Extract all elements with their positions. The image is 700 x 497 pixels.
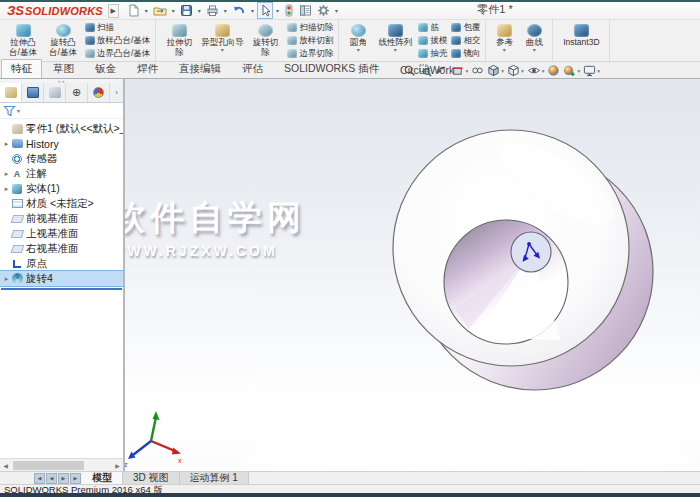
swept-cut-button[interactable]: 扫描切除 bbox=[287, 22, 333, 34]
tab-direct-editing[interactable]: 直接编辑 bbox=[169, 59, 231, 78]
panel-horizontal-scrollbar[interactable]: ◀ ▶ bbox=[0, 458, 123, 471]
tab-sheet-metal[interactable]: 钣金 bbox=[85, 59, 126, 78]
tab-propertymanager[interactable] bbox=[22, 83, 44, 102]
shell-button[interactable]: 抽壳 bbox=[418, 48, 447, 60]
previous-view-button[interactable] bbox=[435, 64, 448, 77]
undo-caret[interactable]: ▾ bbox=[251, 7, 254, 14]
display-style-button[interactable]: ▾ bbox=[507, 64, 524, 77]
tab-displaymanager[interactable] bbox=[88, 83, 110, 102]
filter-caret[interactable]: ▾ bbox=[17, 107, 20, 114]
view-settings-caret[interactable]: ▾ bbox=[597, 68, 600, 74]
zoom-fit-button[interactable] bbox=[403, 64, 416, 77]
tab-featuremanager-tree[interactable] bbox=[0, 83, 22, 102]
scroll-left-arrow[interactable]: ◀ bbox=[0, 462, 11, 469]
swept-boss-button[interactable]: 扫描 bbox=[85, 22, 150, 34]
expand-arrow[interactable]: ▸ bbox=[2, 140, 11, 148]
display-style-caret[interactable]: ▾ bbox=[521, 68, 524, 74]
print-button[interactable] bbox=[204, 2, 221, 19]
boundary-cut-button[interactable]: 边界切除 bbox=[287, 48, 333, 60]
lofted-cut-button[interactable]: 放样切割 bbox=[287, 35, 333, 47]
save-caret[interactable]: ▾ bbox=[198, 7, 201, 14]
revolved-boss-button[interactable]: 旋转凸 台/基体 bbox=[43, 21, 83, 60]
tree-item-annotations[interactable]: ▸ A 注解 bbox=[0, 166, 123, 181]
zoom-area-button[interactable] bbox=[419, 64, 432, 77]
select-caret[interactable]: ▾ bbox=[276, 7, 279, 14]
scrollbar-thumb[interactable] bbox=[13, 461, 84, 470]
instant3d-button[interactable]: Instant3D bbox=[556, 21, 606, 60]
select-button[interactable] bbox=[257, 2, 273, 19]
hide-show-items-button[interactable]: ▾ bbox=[527, 64, 545, 77]
extruded-boss-button[interactable]: 拉伸凸 台/基体 bbox=[3, 21, 43, 60]
tab-motion-study-1[interactable]: 运动算例 1 bbox=[180, 472, 249, 484]
tab-configurationmanager[interactable] bbox=[44, 83, 66, 102]
section-view-caret[interactable]: ▾ bbox=[465, 68, 468, 74]
tab-solidworks-addins[interactable]: SOLIDWORKS 插件 bbox=[274, 59, 389, 78]
curves-button[interactable]: 曲线 ▾ bbox=[519, 21, 549, 60]
tab-features[interactable]: 特征 bbox=[1, 59, 42, 78]
fillet-caret[interactable]: ▾ bbox=[357, 48, 360, 53]
tab-dimxpertmanager[interactable]: ⊕ bbox=[66, 83, 88, 102]
save-button[interactable] bbox=[178, 2, 195, 19]
rebuild-button[interactable] bbox=[282, 2, 296, 19]
undo-button[interactable] bbox=[230, 2, 248, 19]
scroll-right-arrow[interactable]: ▶ bbox=[112, 462, 123, 469]
view-orientation-button[interactable]: ▾ bbox=[487, 64, 504, 77]
rib-button[interactable]: 筋 bbox=[418, 22, 447, 34]
tab-sketch[interactable]: 草图 bbox=[43, 59, 84, 78]
expand-arrow[interactable]: ▸ bbox=[2, 170, 11, 178]
tree-item-part-root[interactable]: 零件1 (默认<<默认>_显示状态 bbox=[0, 121, 123, 136]
hole-wizard-button[interactable]: 异型孔向导 ▾ bbox=[199, 21, 245, 60]
tree-item-right-plane[interactable]: 右视基准面 bbox=[0, 241, 123, 256]
intersect-button[interactable]: 相交 bbox=[451, 35, 480, 47]
hole-wizard-caret[interactable]: ▾ bbox=[221, 48, 224, 53]
curves-caret[interactable]: ▾ bbox=[533, 48, 536, 53]
view-settings-button[interactable]: ▾ bbox=[583, 64, 600, 77]
boundary-boss-button[interactable]: 边界凸台/基体 bbox=[85, 48, 150, 60]
edit-appearance-button[interactable] bbox=[547, 64, 560, 77]
new-file-button[interactable] bbox=[125, 2, 142, 19]
view-orientation-caret[interactable]: ▾ bbox=[501, 68, 504, 74]
hide-show-caret[interactable]: ▾ bbox=[542, 68, 545, 74]
open-file-caret[interactable]: ▾ bbox=[172, 7, 175, 14]
tab-scroll-left[interactable]: ◀ bbox=[46, 473, 57, 484]
reference-geometry-button[interactable]: 参考 ▾ bbox=[489, 21, 519, 60]
tree-item-front-plane[interactable]: 前视基准面 bbox=[0, 211, 123, 226]
revolved-cut-button[interactable]: 旋转切 除 bbox=[245, 21, 285, 60]
section-view-button[interactable]: ▾ bbox=[451, 64, 468, 77]
tree-item-top-plane[interactable]: 上视基准面 bbox=[0, 226, 123, 241]
tree-item-sensors[interactable]: 传感器 bbox=[0, 151, 123, 166]
rollback-bar[interactable] bbox=[1, 288, 122, 290]
apply-scene-button[interactable]: ▾ bbox=[563, 64, 580, 77]
lofted-boss-button[interactable]: 放样凸台/基体 bbox=[85, 35, 150, 47]
panel-tabs-overflow-chevron[interactable]: › bbox=[110, 83, 123, 102]
tree-item-history[interactable]: ▸ History bbox=[0, 136, 123, 151]
expand-arrow[interactable]: ▸ bbox=[2, 275, 11, 283]
linear-pattern-caret[interactable]: ▾ bbox=[394, 48, 397, 53]
graphics-viewport[interactable]: 软件自学网 WWW.RJZXW.COM bbox=[125, 79, 700, 471]
tab-model[interactable]: 模型 bbox=[82, 472, 123, 484]
draft-button[interactable]: 拔模 bbox=[418, 35, 447, 47]
linear-pattern-button[interactable]: 线性阵列 ▾ bbox=[374, 21, 416, 60]
mirror-button[interactable]: 镜向 bbox=[451, 48, 480, 60]
magnified-selection-button[interactable] bbox=[471, 64, 484, 77]
expand-arrow[interactable]: ▸ bbox=[2, 185, 11, 193]
tab-scroll-right[interactable]: ▶ bbox=[58, 473, 69, 484]
filter-funnel-icon[interactable] bbox=[3, 105, 16, 117]
tab-3d-views[interactable]: 3D 视图 bbox=[123, 472, 180, 484]
tab-scroll-first[interactable]: ◀ bbox=[34, 473, 45, 484]
tab-scroll-last[interactable]: ▶ bbox=[70, 473, 81, 484]
tab-evaluate[interactable]: 评估 bbox=[232, 59, 273, 78]
menu-flyout-button[interactable]: ▶ bbox=[108, 4, 119, 18]
fillet-button[interactable]: 圆角 ▾ bbox=[342, 21, 374, 60]
tree-item-origin[interactable]: 原点 bbox=[0, 256, 123, 271]
reference-caret[interactable]: ▾ bbox=[503, 48, 506, 53]
print-caret[interactable]: ▾ bbox=[224, 7, 227, 14]
file-properties-button[interactable] bbox=[297, 2, 314, 19]
tab-weldments[interactable]: 焊件 bbox=[127, 59, 168, 78]
extruded-cut-button[interactable]: 拉伸切 除 bbox=[159, 21, 199, 60]
tree-item-solid-bodies[interactable]: ▸ 实体(1) bbox=[0, 181, 123, 196]
apply-scene-caret[interactable]: ▾ bbox=[577, 68, 580, 74]
new-file-caret[interactable]: ▾ bbox=[145, 7, 148, 14]
options-caret[interactable]: ▾ bbox=[335, 7, 338, 14]
open-file-button[interactable] bbox=[151, 2, 169, 19]
